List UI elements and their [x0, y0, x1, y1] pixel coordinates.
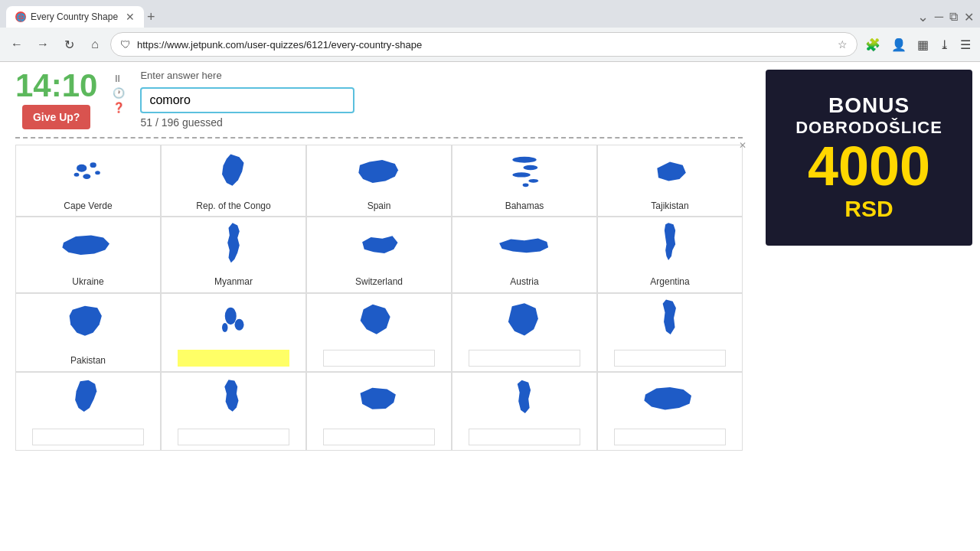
shape-austria: [452, 217, 596, 273]
url-text: https://www.jetpunk.com/user-quizzes/612…: [137, 39, 831, 51]
country-cell-cape-verde: Cape Verde: [15, 145, 161, 217]
shape-row4-5: [598, 373, 742, 429]
svg-point-11: [235, 319, 244, 331]
country-cell-unknown-3: [306, 293, 452, 372]
reload-button[interactable]: ↻: [58, 34, 80, 55]
restore-button[interactable]: ⧉: [949, 10, 958, 24]
svg-point-12: [222, 323, 228, 332]
shape-myanmar: [162, 217, 305, 273]
browser-chrome: 🌐 Every Country Shape ✕ + ⌄ ─ ⧉ ✕ ← → ↻ …: [0, 0, 980, 62]
ad-line1: BONUS: [828, 93, 910, 118]
home-button[interactable]: ⌂: [84, 34, 106, 55]
label-row4-3: [323, 429, 436, 445]
svg-point-5: [512, 156, 536, 162]
label-unknown-5: [614, 350, 727, 367]
close-window-button[interactable]: ✕: [964, 10, 974, 24]
shape-unknown-3: [307, 294, 451, 350]
active-tab[interactable]: 🌐 Every Country Shape ✕: [6, 6, 144, 28]
country-cell-austria: Austria: [452, 217, 597, 292]
country-grid: Cape Verde Rep. of the Congo Spain: [15, 145, 743, 451]
svg-point-1: [90, 162, 96, 168]
svg-point-8: [529, 178, 539, 182]
svg-point-2: [95, 171, 100, 174]
country-cell-row4-1: [15, 372, 161, 451]
country-cell-spain: Spain: [306, 145, 452, 217]
tab-title: Every Country Shape: [31, 11, 118, 22]
shape-row4-2: [162, 373, 305, 429]
country-cell-ukraine: Ukraine: [15, 217, 161, 292]
page-content: 14:10 Give Up? ⏸ 🕐 ❓ Enter answer here 5…: [0, 62, 980, 551]
help-icon: ❓: [113, 102, 125, 113]
shape-row4-1: [16, 373, 160, 429]
shape-pakistan: [16, 294, 160, 353]
nav-bar: ← → ↻ ⌂ 🛡 https://www.jetpunk.com/user-q…: [0, 28, 980, 61]
label-rep-congo: Rep. of the Congo: [194, 197, 272, 216]
shape-spain: [307, 145, 451, 197]
country-cell-switzerland: Switzerland: [306, 217, 452, 292]
pause-icon-label: ⏸: [113, 73, 125, 84]
label-unknown-3: [323, 350, 436, 367]
label-argentina: Argentina: [648, 273, 691, 292]
label-ukraine: Ukraine: [70, 273, 105, 292]
country-cell-tajikistan: Tajikistan: [597, 145, 743, 217]
country-cell-bahamas: Bahamas: [452, 145, 597, 217]
tab-bar: 🌐 Every Country Shape ✕ + ⌄ ─ ⧉ ✕: [0, 0, 980, 28]
label-unknown-4: [469, 350, 581, 367]
quiz-area: 14:10 Give Up? ⏸ 🕐 ❓ Enter answer here 5…: [0, 62, 758, 551]
country-cell-unknown-highlight: [161, 293, 306, 372]
label-row4-2: [178, 429, 290, 445]
menu-button[interactable]: ☰: [957, 34, 974, 55]
downloads-button[interactable]: ⤓: [936, 34, 952, 55]
url-bar[interactable]: 🛡 https://www.jetpunk.com/user-quizzes/6…: [110, 32, 858, 57]
forward-button[interactable]: →: [32, 34, 54, 55]
back-button[interactable]: ←: [6, 34, 28, 55]
label-tajikistan: Tajikistan: [649, 197, 690, 216]
shape-switzerland: [307, 217, 451, 273]
country-cell-row4-5: [597, 372, 743, 451]
minimize-button[interactable]: ─: [935, 10, 943, 24]
security-icon: 🛡: [120, 38, 131, 51]
label-bahamas: Bahamas: [504, 197, 546, 216]
bookmark-icon[interactable]: ☆: [838, 38, 848, 51]
country-cell-myanmar: Myanmar: [161, 217, 306, 292]
country-cell-row4-2: [161, 372, 306, 451]
tab-close-button[interactable]: ✕: [126, 11, 135, 23]
shape-unknown-2: [162, 294, 305, 350]
clock-icon: 🕐: [113, 87, 125, 99]
profile-button[interactable]: 👤: [888, 34, 910, 55]
label-unknown-highlight: [178, 350, 290, 367]
input-label: Enter answer here: [140, 70, 354, 81]
sidebar-button[interactable]: ▦: [914, 34, 932, 55]
svg-point-3: [83, 174, 90, 179]
shape-row4-3: [307, 373, 451, 429]
shape-rep-congo: [162, 145, 305, 197]
new-tab-button[interactable]: +: [147, 9, 155, 25]
svg-point-4: [74, 173, 80, 177]
score-display: 51 / 196 guessed: [140, 116, 354, 129]
svg-point-6: [523, 165, 537, 169]
country-cell-unknown-5: [597, 293, 743, 372]
ad-box: BONUS DOBRODOŠLICE 4000 RSD: [766, 70, 972, 246]
country-cell-unknown-4: [452, 293, 597, 372]
country-cell-pakistan: Pakistan: [15, 293, 161, 372]
separator: [15, 137, 743, 139]
shape-unknown-4: [452, 294, 596, 350]
country-cell-rep-congo: Rep. of the Congo: [161, 145, 306, 217]
label-myanmar: Myanmar: [213, 273, 254, 292]
svg-point-10: [225, 308, 237, 325]
svg-point-9: [523, 183, 529, 187]
country-cell-argentina: Argentina: [597, 217, 743, 292]
shape-tajikistan: [598, 145, 742, 197]
label-switzerland: Switzerland: [354, 273, 404, 292]
ad-close-button[interactable]: ✕: [739, 140, 746, 151]
tab-list-button[interactable]: ⌄: [917, 8, 929, 25]
quiz-controls: 14:10 Give Up? ⏸ 🕐 ❓ Enter answer here 5…: [15, 70, 743, 129]
label-spain: Spain: [366, 197, 393, 216]
give-up-button[interactable]: Give Up?: [22, 105, 90, 129]
timer-display: 14:10: [15, 70, 97, 102]
ad-sidebar: ✕ BONUS DOBRODOŠLICE 4000 RSD: [758, 62, 980, 551]
shape-argentina: [598, 217, 742, 273]
extensions-button[interactable]: 🧩: [862, 34, 884, 55]
answer-input[interactable]: [140, 87, 354, 113]
tab-favicon: 🌐: [15, 11, 26, 22]
